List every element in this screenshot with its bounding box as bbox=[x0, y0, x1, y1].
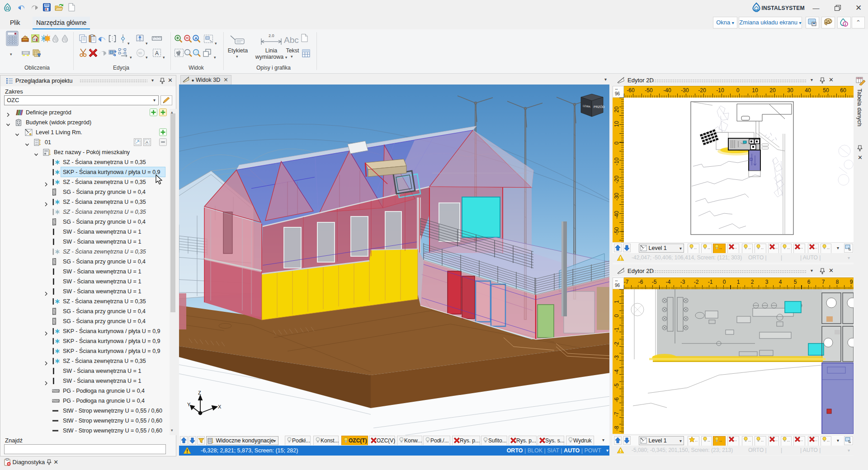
svg-text:X: X bbox=[218, 404, 222, 409]
svg-text:Y: Y bbox=[187, 402, 191, 407]
svg-text:Z: Z bbox=[198, 390, 201, 395]
svg-text:i: i bbox=[845, 22, 846, 27]
svg-text:INSTALSYSTEM: INSTALSYSTEM bbox=[761, 5, 804, 11]
svg-text:PRZÓD: PRZÓD bbox=[594, 105, 605, 108]
svg-text:A: A bbox=[155, 50, 159, 56]
svg-text:A: A bbox=[194, 36, 198, 41]
svg-text:90: 90 bbox=[138, 51, 142, 55]
svg-text:A: A bbox=[146, 140, 148, 145]
svg-text:2.0: 2.0 bbox=[269, 33, 274, 38]
